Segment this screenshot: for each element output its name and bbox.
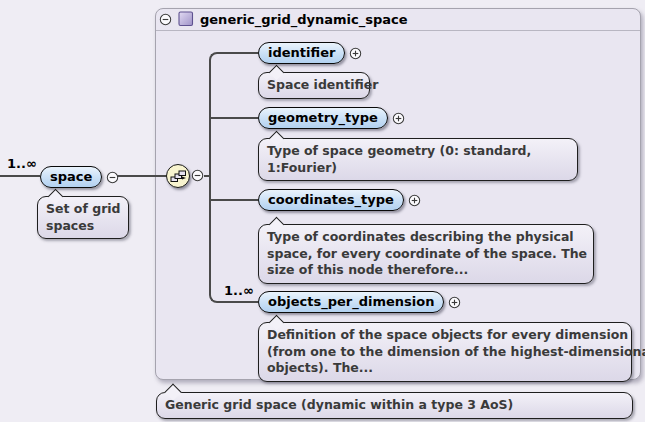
branch-identifier — [219, 52, 258, 54]
element-identifier[interactable]: identifier — [258, 42, 345, 64]
element-geometry-type-row: geometry_type — [258, 107, 405, 129]
element-objects-per-dimension-row: objects_per_dimension — [258, 291, 461, 313]
element-space-row: space — [40, 166, 119, 188]
annotation-identifier: Space identifier — [258, 72, 370, 99]
collapse-icon[interactable] — [191, 169, 204, 182]
element-objects-per-dimension[interactable]: objects_per_dimension — [258, 291, 444, 313]
branch-coordinates-type — [209, 199, 258, 201]
element-geometry-type[interactable]: geometry_type — [258, 107, 388, 129]
trunk-line — [209, 60, 211, 295]
objects-cardinality: 1..∞ — [224, 283, 254, 298]
annotation-space: Set of grid spaces — [37, 196, 129, 239]
element-coordinates-type-row: coordinates_type — [258, 189, 421, 211]
header-separator — [156, 30, 640, 31]
collapse-icon[interactable] — [159, 13, 172, 26]
annotation-objects-per-dimension: Definition of the space objects for ever… — [258, 322, 632, 382]
collapse-icon[interactable] — [106, 171, 119, 184]
annotation-geometry-type: Type of space geometry (0: standard, 1:F… — [258, 138, 578, 181]
expand-icon[interactable] — [448, 296, 461, 309]
sequence-glyph — [170, 169, 187, 184]
branch-objects-per-dimension — [219, 301, 258, 303]
annotation-coordinates-type: Type of coordinates describing the physi… — [258, 224, 594, 284]
connector-left — [0, 175, 40, 177]
expand-icon[interactable] — [392, 112, 405, 125]
root-cardinality: 1..∞ — [7, 156, 37, 171]
group-header: generic_grid_dynamic_space — [159, 10, 408, 28]
element-space[interactable]: space — [40, 166, 102, 188]
expand-icon[interactable] — [349, 47, 362, 60]
annotation-group: Generic grid space (dynamic within a typ… — [156, 392, 633, 419]
element-identifier-row: identifier — [258, 42, 362, 64]
sequence-compositor-icon[interactable] — [166, 164, 190, 188]
complex-type-icon — [178, 11, 194, 27]
branch-geometry-type — [209, 117, 258, 119]
expand-icon[interactable] — [408, 194, 421, 207]
group-title: generic_grid_dynamic_space — [200, 12, 408, 27]
schema-diagram: generic_grid_dynamic_space 1..∞ space Se… — [0, 0, 645, 422]
element-coordinates-type[interactable]: coordinates_type — [258, 189, 404, 211]
